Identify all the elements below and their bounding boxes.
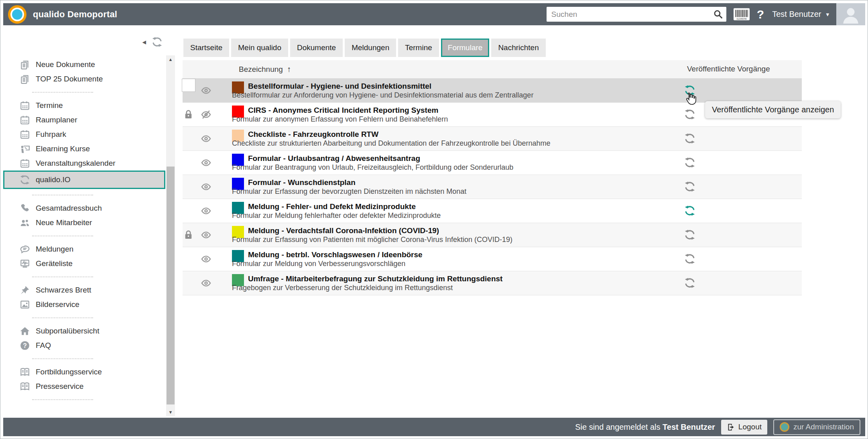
- form-title[interactable]: Meldung - Fehler- und Defekt Medizinprod…: [248, 202, 416, 211]
- sidebar-item-fuhrpark[interactable]: Fuhrpark: [3, 127, 165, 142]
- sync-icon: [20, 175, 30, 185]
- main-content: Startseite Mein qualido Dokumente Meldun…: [183, 25, 866, 418]
- teacher-icon: [20, 144, 30, 154]
- user-menu-name[interactable]: Test Benutzer: [772, 10, 821, 19]
- sidebar-item-geraeteliste[interactable]: Geräteliste: [3, 256, 165, 271]
- calendar-icon: [20, 115, 30, 125]
- sidebar-item-neue-dokumente[interactable]: Neue Dokumente: [3, 57, 165, 72]
- form-title[interactable]: Umfrage - Mitarbeiterbefragung zur Schut…: [248, 274, 502, 283]
- search-icon[interactable]: [713, 9, 723, 19]
- scroll-down-icon[interactable]: ▼: [166, 408, 175, 416]
- logout-button[interactable]: Logout: [721, 420, 767, 435]
- sidebar-item-elearning-kurse[interactable]: Elearning Kurse: [3, 142, 165, 156]
- sidebar-item-neue-mitarbeiter[interactable]: Neue Mitarbeiter: [3, 215, 165, 230]
- eye-icon[interactable]: [201, 157, 211, 168]
- table-row[interactable]: Meldung - Verdachtsfall Corona-Infektion…: [183, 223, 802, 247]
- users-icon: [20, 217, 30, 228]
- sidebar-item-gesamtadressbuch[interactable]: Gesamtadressbuch: [3, 201, 165, 215]
- barcode-scanner-icon[interactable]: 0123456789: [734, 8, 750, 20]
- logout-icon: [727, 423, 735, 431]
- sidebar-item-qualido-io[interactable]: qualido.IO: [3, 171, 165, 189]
- help-icon[interactable]: ?: [757, 8, 764, 20]
- table-row[interactable]: Umfrage - Mitarbeiterbefragung zur Schut…: [183, 271, 802, 295]
- scrollbar-thumb[interactable]: [167, 167, 175, 404]
- published-processes-icon[interactable]: [684, 253, 695, 264]
- table-row[interactable]: Bestellformular - Hygiene- und Desinfekt…: [183, 79, 802, 103]
- sidebar-item-fortbildungsservice[interactable]: Fortbildungsservice: [3, 365, 165, 379]
- eye-icon[interactable]: [201, 85, 211, 96]
- eye-icon[interactable]: [201, 254, 211, 264]
- sidebar-item-schwarzes-brett[interactable]: Schwarzes Brett: [3, 283, 165, 297]
- scroll-up-icon[interactable]: ▲: [166, 55, 175, 63]
- column-header-veroeffentlichte-vorgaenge[interactable]: Veröffentlichte Vorgänge: [687, 65, 770, 73]
- sidebar-refresh-icon[interactable]: [152, 37, 163, 47]
- home-icon: [20, 326, 30, 336]
- published-processes-icon[interactable]: [684, 277, 695, 289]
- form-description: Formular zur Beantragung von Urlaub, Fre…: [232, 163, 513, 172]
- published-processes-icon[interactable]: [684, 133, 695, 144]
- sidebar-item-bilderservice[interactable]: Bilderservice: [3, 297, 165, 312]
- app-window: qualido Demoportal 0123456789 ? Test Ben…: [0, 0, 868, 439]
- table-row[interactable]: Formular - Wunschdienstplan Formular zur…: [183, 175, 802, 199]
- eye-icon[interactable]: [201, 133, 211, 144]
- sidebar-divider: [32, 236, 93, 236]
- tab-meldungen[interactable]: Meldungen: [345, 39, 396, 57]
- form-title[interactable]: CIRS - Anonymes Critical Incident Report…: [248, 106, 438, 115]
- portal-title: qualido Demoportal: [33, 9, 117, 20]
- eye-icon[interactable]: [201, 278, 211, 289]
- form-title[interactable]: Checkliste - Fahrzeugkontrolle RTW: [248, 130, 378, 139]
- sidebar-item-top25-dokumente[interactable]: TOP 25 Dokumente: [3, 72, 165, 86]
- svg-text:0123456789: 0123456789: [736, 18, 747, 20]
- book-icon: [20, 367, 30, 377]
- sidebar-item-termine[interactable]: Termine: [3, 98, 165, 113]
- question-icon: [20, 340, 30, 351]
- chevron-down-icon[interactable]: ▾: [826, 11, 829, 18]
- eye-icon[interactable]: [201, 181, 211, 192]
- form-title[interactable]: Meldung - betrbl. Vorschlagswesen / Idee…: [248, 250, 423, 259]
- published-processes-icon[interactable]: [684, 181, 695, 192]
- table-row[interactable]: Checkliste - Fahrzeugkontrolle RTW Check…: [183, 127, 802, 151]
- calendar-icon: [20, 129, 30, 140]
- sort-ascending-icon[interactable]: ↑: [287, 65, 291, 73]
- sidebar-item-veranstaltungskalender[interactable]: Veranstaltungskalender: [3, 156, 165, 171]
- sidebar-scrollbar[interactable]: ▲ ▼: [166, 55, 175, 416]
- table-row[interactable]: Meldung - Fehler- und Defekt Medizinprod…: [183, 199, 802, 223]
- admin-button[interactable]: zur Administration: [773, 419, 860, 435]
- table-header: Bezeichnung↑ Veröffentlichte Vorgänge: [183, 60, 802, 79]
- table-row[interactable]: Meldung - betrbl. Vorschlagswesen / Idee…: [183, 247, 802, 271]
- sidebar-item-meldungen[interactable]: Meldungen: [3, 242, 165, 256]
- tab-mein-qualido[interactable]: Mein qualido: [231, 39, 288, 57]
- login-status: Sie sind angemeldet als Test Benutzer: [575, 423, 715, 432]
- form-description: Formular zur Meldung fehlerhafter oder d…: [232, 211, 441, 220]
- tab-nachrichten[interactable]: Nachrichten: [491, 39, 545, 57]
- sidebar-item-subportaluebersicht[interactable]: Subportalübersicht: [3, 324, 165, 338]
- tab-dokumente[interactable]: Dokumente: [290, 39, 343, 57]
- tab-formulare[interactable]: Formulare: [441, 39, 490, 57]
- sidebar-item-faq[interactable]: FAQ: [3, 338, 165, 353]
- row-hover-handle[interactable]: [182, 79, 195, 92]
- form-title[interactable]: Formular - Urlaubsantrag / Abwesenheitsa…: [248, 154, 420, 163]
- avatar[interactable]: [836, 3, 865, 25]
- form-description: Formular zur anonymen Erfassung von Fehl…: [232, 115, 448, 124]
- table-row[interactable]: Formular - Urlaubsantrag / Abwesenheitsa…: [183, 151, 802, 175]
- search-input[interactable]: [551, 8, 708, 21]
- column-header-bezeichnung[interactable]: Bezeichnung↑: [239, 65, 291, 74]
- sidebar-item-raumplaner[interactable]: Raumplaner: [3, 113, 165, 127]
- tab-termine[interactable]: Termine: [398, 39, 439, 57]
- form-title[interactable]: Meldung - Verdachtsfall Corona-Infektion…: [248, 226, 439, 235]
- published-processes-icon[interactable]: [684, 229, 695, 240]
- published-processes-icon[interactable]: [684, 109, 695, 120]
- published-processes-icon[interactable]: [684, 157, 695, 168]
- sidebar-collapse-icon[interactable]: ◂: [142, 37, 146, 47]
- form-description: Bestellformular zur Anforderung von Hygi…: [232, 91, 533, 100]
- eye-icon[interactable]: [201, 230, 211, 240]
- form-title[interactable]: Bestellformular - Hygiene- und Desinfekt…: [248, 82, 431, 91]
- tab-startseite[interactable]: Startseite: [183, 39, 229, 57]
- eye-off-icon[interactable]: [201, 109, 211, 120]
- form-title[interactable]: Formular - Wunschdienstplan: [248, 178, 356, 187]
- lock-icon: [183, 230, 193, 240]
- pin-icon: [20, 285, 30, 295]
- eye-icon[interactable]: [201, 205, 211, 216]
- published-processes-icon[interactable]: [684, 205, 695, 216]
- sidebar-item-presseservice[interactable]: Presseservice: [3, 379, 165, 394]
